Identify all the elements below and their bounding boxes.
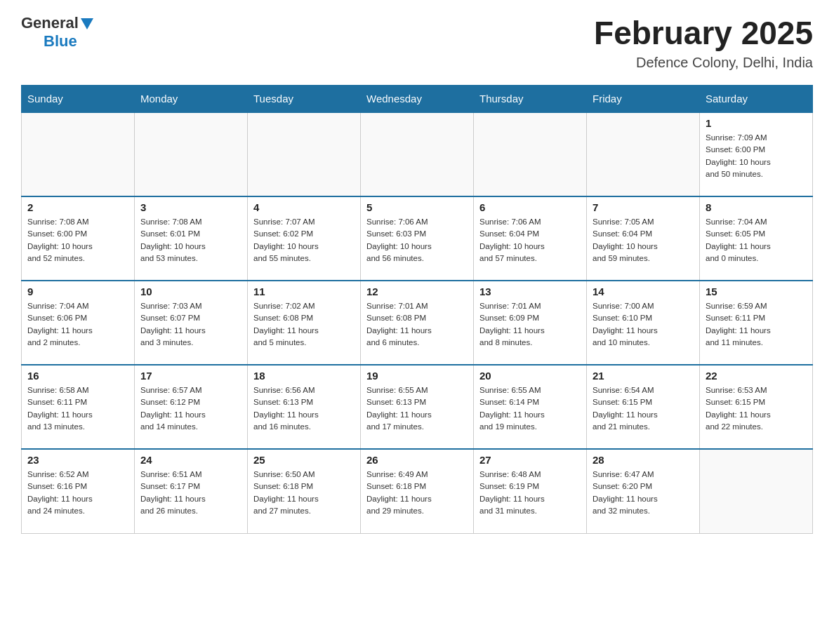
- day-number: 3: [140, 201, 241, 213]
- day-info: Sunrise: 6:57 AM Sunset: 6:12 PM Dayligh…: [140, 384, 241, 433]
- day-info: Sunrise: 6:56 AM Sunset: 6:13 PM Dayligh…: [253, 384, 355, 433]
- calendar-week-row: 9Sunrise: 7:04 AM Sunset: 6:06 PM Daylig…: [22, 281, 813, 365]
- weekday-header-friday: Friday: [587, 86, 700, 113]
- day-info: Sunrise: 7:09 AM Sunset: 6:00 PM Dayligh…: [706, 132, 807, 180]
- day-info: Sunrise: 6:59 AM Sunset: 6:11 PM Dayligh…: [706, 300, 807, 349]
- weekday-header-monday: Monday: [135, 86, 248, 113]
- calendar-cell: 7Sunrise: 7:05 AM Sunset: 6:04 PM Daylig…: [587, 196, 700, 281]
- calendar-cell: [22, 112, 135, 196]
- month-title: February 2025: [594, 14, 813, 52]
- day-number: 17: [140, 370, 241, 382]
- calendar-cell: [587, 112, 700, 196]
- calendar-cell: [248, 112, 361, 196]
- day-info: Sunrise: 7:08 AM Sunset: 6:01 PM Dayligh…: [140, 216, 241, 264]
- calendar-cell: 28Sunrise: 6:47 AM Sunset: 6:20 PM Dayli…: [587, 449, 700, 533]
- day-number: 10: [140, 286, 241, 297]
- day-info: Sunrise: 7:04 AM Sunset: 6:05 PM Dayligh…: [706, 216, 807, 264]
- logo-blue-text: Blue: [44, 32, 77, 50]
- day-number: 19: [366, 370, 468, 382]
- calendar-header-row: SundayMondayTuesdayWednesdayThursdayFrid…: [22, 86, 813, 113]
- calendar-cell: 5Sunrise: 7:06 AM Sunset: 6:03 PM Daylig…: [361, 196, 474, 281]
- day-info: Sunrise: 7:01 AM Sunset: 6:09 PM Dayligh…: [479, 300, 581, 349]
- calendar-week-row: 16Sunrise: 6:58 AM Sunset: 6:11 PM Dayli…: [22, 365, 813, 449]
- calendar-cell: [474, 112, 587, 196]
- day-info: Sunrise: 6:52 AM Sunset: 6:16 PM Dayligh…: [27, 469, 128, 517]
- day-number: 28: [593, 454, 694, 466]
- weekday-header-saturday: Saturday: [700, 86, 813, 113]
- calendar-cell: 4Sunrise: 7:07 AM Sunset: 6:02 PM Daylig…: [248, 196, 361, 281]
- title-block: February 2025 Defence Colony, Delhi, Ind…: [594, 14, 813, 71]
- day-number: 23: [27, 454, 128, 466]
- location-title: Defence Colony, Delhi, India: [594, 55, 813, 71]
- day-number: 20: [479, 370, 581, 382]
- day-info: Sunrise: 6:47 AM Sunset: 6:20 PM Dayligh…: [593, 469, 694, 517]
- weekday-header-sunday: Sunday: [22, 86, 135, 113]
- calendar-cell: 22Sunrise: 6:53 AM Sunset: 6:15 PM Dayli…: [700, 365, 813, 449]
- calendar-cell: [700, 449, 813, 533]
- day-number: 12: [366, 286, 468, 297]
- calendar-cell: 20Sunrise: 6:55 AM Sunset: 6:14 PM Dayli…: [474, 365, 587, 449]
- calendar-cell: 18Sunrise: 6:56 AM Sunset: 6:13 PM Dayli…: [248, 365, 361, 449]
- day-info: Sunrise: 7:06 AM Sunset: 6:04 PM Dayligh…: [479, 216, 581, 264]
- calendar-cell: [135, 112, 248, 196]
- page-header: General Blue February 2025 Defence Colon…: [21, 14, 813, 71]
- calendar-cell: 21Sunrise: 6:54 AM Sunset: 6:15 PM Dayli…: [587, 365, 700, 449]
- calendar-cell: 25Sunrise: 6:50 AM Sunset: 6:18 PM Dayli…: [248, 449, 361, 533]
- day-info: Sunrise: 7:05 AM Sunset: 6:04 PM Dayligh…: [593, 216, 694, 264]
- day-number: 2: [27, 201, 128, 213]
- calendar-cell: 27Sunrise: 6:48 AM Sunset: 6:19 PM Dayli…: [474, 449, 587, 533]
- calendar-cell: 10Sunrise: 7:03 AM Sunset: 6:07 PM Dayli…: [135, 281, 248, 365]
- logo-triangle-icon: [81, 18, 93, 29]
- day-number: 27: [479, 454, 581, 466]
- day-info: Sunrise: 7:07 AM Sunset: 6:02 PM Dayligh…: [253, 216, 355, 264]
- calendar-cell: 1Sunrise: 7:09 AM Sunset: 6:00 PM Daylig…: [700, 112, 813, 196]
- day-number: 14: [593, 286, 694, 297]
- calendar-cell: 19Sunrise: 6:55 AM Sunset: 6:13 PM Dayli…: [361, 365, 474, 449]
- day-info: Sunrise: 7:08 AM Sunset: 6:00 PM Dayligh…: [27, 216, 128, 264]
- day-info: Sunrise: 6:51 AM Sunset: 6:17 PM Dayligh…: [140, 469, 241, 517]
- calendar-cell: 6Sunrise: 7:06 AM Sunset: 6:04 PM Daylig…: [474, 196, 587, 281]
- calendar-week-row: 23Sunrise: 6:52 AM Sunset: 6:16 PM Dayli…: [22, 449, 813, 533]
- calendar-cell: 2Sunrise: 7:08 AM Sunset: 6:00 PM Daylig…: [22, 196, 135, 281]
- calendar-week-row: 1Sunrise: 7:09 AM Sunset: 6:00 PM Daylig…: [22, 112, 813, 196]
- calendar-table: SundayMondayTuesdayWednesdayThursdayFrid…: [21, 85, 813, 534]
- day-number: 1: [706, 117, 807, 129]
- calendar-cell: 24Sunrise: 6:51 AM Sunset: 6:17 PM Dayli…: [135, 449, 248, 533]
- day-info: Sunrise: 7:01 AM Sunset: 6:08 PM Dayligh…: [366, 300, 468, 349]
- day-info: Sunrise: 7:03 AM Sunset: 6:07 PM Dayligh…: [140, 300, 241, 349]
- day-info: Sunrise: 6:58 AM Sunset: 6:11 PM Dayligh…: [27, 384, 128, 433]
- calendar-cell: 17Sunrise: 6:57 AM Sunset: 6:12 PM Dayli…: [135, 365, 248, 449]
- day-number: 5: [366, 201, 468, 213]
- day-number: 16: [27, 370, 128, 382]
- day-info: Sunrise: 7:02 AM Sunset: 6:08 PM Dayligh…: [253, 300, 355, 349]
- day-number: 6: [479, 201, 581, 213]
- calendar-cell: 26Sunrise: 6:49 AM Sunset: 6:18 PM Dayli…: [361, 449, 474, 533]
- day-number: 25: [253, 454, 355, 466]
- calendar-cell: 13Sunrise: 7:01 AM Sunset: 6:09 PM Dayli…: [474, 281, 587, 365]
- calendar-cell: 15Sunrise: 6:59 AM Sunset: 6:11 PM Dayli…: [700, 281, 813, 365]
- day-info: Sunrise: 7:04 AM Sunset: 6:06 PM Dayligh…: [27, 300, 128, 349]
- day-info: Sunrise: 6:55 AM Sunset: 6:14 PM Dayligh…: [479, 384, 581, 433]
- calendar-cell: 23Sunrise: 6:52 AM Sunset: 6:16 PM Dayli…: [22, 449, 135, 533]
- day-number: 11: [253, 286, 355, 297]
- calendar-cell: 14Sunrise: 7:00 AM Sunset: 6:10 PM Dayli…: [587, 281, 700, 365]
- day-number: 9: [27, 286, 128, 297]
- day-number: 8: [706, 201, 807, 213]
- day-number: 26: [366, 454, 468, 466]
- calendar-cell: 8Sunrise: 7:04 AM Sunset: 6:05 PM Daylig…: [700, 196, 813, 281]
- day-info: Sunrise: 6:54 AM Sunset: 6:15 PM Dayligh…: [593, 384, 694, 433]
- logo: General Blue: [21, 14, 93, 51]
- weekday-header-tuesday: Tuesday: [248, 86, 361, 113]
- day-number: 22: [706, 370, 807, 382]
- calendar-cell: [361, 112, 474, 196]
- day-info: Sunrise: 6:55 AM Sunset: 6:13 PM Dayligh…: [366, 384, 468, 433]
- day-number: 24: [140, 454, 241, 466]
- day-number: 4: [253, 201, 355, 213]
- day-info: Sunrise: 6:49 AM Sunset: 6:18 PM Dayligh…: [366, 469, 468, 517]
- logo-general-text: General: [21, 14, 79, 32]
- day-number: 15: [706, 286, 807, 297]
- day-number: 18: [253, 370, 355, 382]
- day-info: Sunrise: 6:48 AM Sunset: 6:19 PM Dayligh…: [479, 469, 581, 517]
- day-info: Sunrise: 7:06 AM Sunset: 6:03 PM Dayligh…: [366, 216, 468, 264]
- day-number: 21: [593, 370, 694, 382]
